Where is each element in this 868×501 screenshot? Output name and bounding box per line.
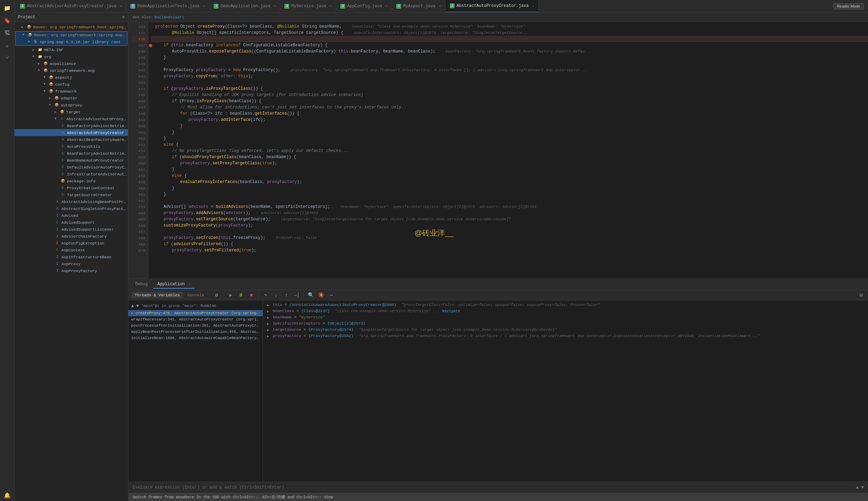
- tree-item-abstract-auto[interactable]: A AbstractAutoProxyCreator: [14, 129, 128, 136]
- expand-arrow-icon[interactable]: ▶: [267, 322, 271, 326]
- debug-tab-debug[interactable]: Debug: [131, 280, 152, 289]
- expand-arrow-icon[interactable]: ▶: [267, 334, 271, 338]
- tree-item-jar[interactable]: ▼ 🗜 spring-aop-5.3.16.jar library root: [16, 38, 127, 45]
- expand-arrow-icon[interactable]: ▶: [267, 316, 271, 320]
- var-this[interactable]: ▶ this = (AnnotationAwareAspectJAutoProx…: [263, 302, 868, 308]
- close-icon[interactable]: ✕: [120, 4, 122, 8]
- code-editor[interactable]: protected Object createProxy(Class<?> be…: [151, 22, 868, 279]
- threads-variables-tab[interactable]: Threads & Variables: [131, 292, 183, 298]
- close-icon[interactable]: ✕: [532, 4, 534, 8]
- tree-item-autoproxy[interactable]: ▼ 📦 autoproxy: [14, 102, 128, 108]
- tree-item-aopce[interactable]: E AopConfigException: [14, 240, 128, 247]
- tree-item-acf[interactable]: I AdvisorChainFactory: [14, 233, 128, 240]
- watch-down-icon[interactable]: ▼: [861, 485, 864, 490]
- close-icon[interactable]: ✕: [330, 4, 332, 8]
- close-icon[interactable]: ✕: [203, 4, 205, 8]
- frame-item-0[interactable]: ► createProxy:478, AbstractAutoProxyCrea…: [128, 310, 263, 316]
- tree-item-maven1[interactable]: ▶ 📦 Maven: org.springframework.boot:spri…: [14, 23, 128, 30]
- tree-item-maven2[interactable]: ▼ 📦 Maven: org.springframework:spring-ao…: [16, 31, 127, 38]
- tab-my-service[interactable]: J MyService.java ✕: [280, 0, 336, 12]
- frame-item-3[interactable]: applyBeanPostProcessorsAfterInitializati…: [128, 329, 263, 335]
- tree-item-infra[interactable]: C InfrastructureAdvisorAutoProxyCre: [14, 171, 128, 177]
- resume-icon[interactable]: ▶: [226, 291, 235, 299]
- tree-item-advsupport[interactable]: C AdvisedSupport: [14, 219, 128, 226]
- settings-filter-icon[interactable]: ⚙: [212, 291, 221, 299]
- frame-item-1[interactable]: wrapIfNecessary:342, AbstractAutoProxyCr…: [128, 316, 263, 322]
- evaluate-icon[interactable]: 🔍: [306, 291, 315, 299]
- tree-item-config[interactable]: ▼ 📦 config: [14, 81, 128, 88]
- code-container[interactable]: 434 435 436 437 438 439 440 441 442 443 …: [128, 22, 868, 279]
- tree-item-advsupportl[interactable]: I AdvisedSupportListener: [14, 226, 128, 233]
- tab-demo-tests[interactable]: T DemoApplicationTests.java ✕: [126, 0, 209, 12]
- structure-icon[interactable]: 🏗: [2, 28, 13, 39]
- debug-tab-close-icon[interactable]: ✕: [188, 282, 191, 286]
- debug-tab-application[interactable]: Application ✕: [153, 280, 195, 289]
- pause-icon[interactable]: ⏸: [237, 291, 245, 299]
- project-icon[interactable]: 📁: [2, 3, 13, 14]
- sidebar-tree[interactable]: ▶ 📦 Maven: org.springframework.boot:spri…: [14, 22, 128, 501]
- run-to-cursor-icon[interactable]: →|: [292, 291, 301, 299]
- reader-mode-button[interactable]: Reader Mode: [833, 3, 864, 9]
- close-icon[interactable]: ✕: [386, 4, 388, 8]
- bookmark-icon[interactable]: 🔖: [2, 15, 13, 26]
- build-advisors-link[interactable]: buildAdvisors: [154, 15, 184, 19]
- step-over-icon[interactable]: ↷: [261, 291, 270, 299]
- tree-item-bfar[interactable]: C BeanFactoryAdvisorRetrievalHelp: [14, 122, 128, 129]
- tree-item-aabpp[interactable]: A AbstractAdvisingBeanPostProcessor: [14, 198, 128, 205]
- var-beanclass[interactable]: ▶ beanClass = {Class@2237} "class com.ex…: [263, 308, 868, 314]
- watch-up-icon[interactable]: ▲: [856, 485, 859, 490]
- step-out-icon[interactable]: ↑: [282, 291, 290, 299]
- expand-arrow-icon[interactable]: ▶: [267, 303, 271, 307]
- filter-up-icon[interactable]: ▲: [131, 303, 134, 309]
- tree-item-target[interactable]: ▶ 📦 target: [14, 108, 128, 115]
- mute-icon[interactable]: 🔕: [317, 291, 325, 299]
- tree-item-pkg-info[interactable]: 📦 package-info: [14, 177, 128, 184]
- var-beanname[interactable]: ▶ beanName = "myService": [263, 314, 868, 320]
- sidebar-settings-icon[interactable]: ⚙: [122, 15, 125, 20]
- tab-demo-app[interactable]: J DemoApplication.java ✕: [209, 0, 280, 12]
- tree-item-meta[interactable]: ▶ 📁 META-INF: [14, 46, 128, 53]
- tree-item-bnap[interactable]: C BeanNameAutoProxyCreator: [14, 157, 128, 164]
- tree-item-aoppf[interactable]: I AopProxyFactory: [14, 267, 128, 274]
- tree-item-sf-aop[interactable]: ▼ 📦 springframework.aop: [14, 67, 128, 74]
- tree-item-daap[interactable]: C DefaultAdvisorAutoProxyCreator: [14, 164, 128, 171]
- restore-layout-icon[interactable]: ⊡: [857, 291, 865, 299]
- tab-my-aspect[interactable]: J MyAspect.java ✕: [392, 0, 446, 12]
- variables-panel[interactable]: ▶ this = (AnnotationAwareAspectJAutoProx…: [263, 300, 868, 482]
- tree-item-apu[interactable]: C AutoProxyUtils: [14, 143, 128, 150]
- tree-item-framework[interactable]: ▼ 📦 framework: [14, 88, 128, 95]
- evaluate-placeholder[interactable]: Evaluate expression (Enter) or add a wat…: [133, 485, 284, 490]
- expand-arrow-icon[interactable]: ▶: [267, 309, 271, 314]
- tab-abstract-advisor[interactable]: J AbstractAdvisorAutoProxyCreator.java ✕: [16, 0, 126, 12]
- frame-item-2[interactable]: postProcessAfterInitialization:291, Abst…: [128, 322, 263, 329]
- git-icon[interactable]: ⑂: [2, 52, 13, 64]
- expand-arrow-icon[interactable]: ▶: [267, 328, 271, 332]
- tree-item-aopproxy[interactable]: I AopProxy: [14, 260, 128, 267]
- tree-item-abstract-advisor[interactable]: ▼ C AbstractAdvisorAutoProxyCreator: [14, 115, 128, 122]
- tree-item-aspectj[interactable]: ▼ 📦 aspectj: [14, 74, 128, 81]
- tree-item-aop[interactable]: ▶ 📦 aopalliance: [14, 60, 128, 67]
- tree-item-tsc[interactable]: C TargetSourceCreator: [14, 191, 128, 198]
- var-target-source[interactable]: ▶ targetSource = {ProxyFactory@2574} "Si…: [263, 327, 868, 333]
- tree-item-aopctx[interactable]: C AopContext: [14, 247, 128, 253]
- tab-app-config[interactable]: J AppConfig.java ✕: [336, 0, 392, 12]
- frames-panel[interactable]: ▲ ▼ "main"@1 in group "main": RUNNING ► …: [128, 300, 263, 482]
- tree-item-bfarh[interactable]: C BeanFactoryAdvisorRetrievalHelper: [14, 150, 128, 157]
- filter-down-icon[interactable]: ▼: [136, 303, 139, 309]
- maven-icon[interactable]: ☕: [2, 40, 13, 51]
- stop-icon[interactable]: ■: [247, 291, 255, 299]
- close-icon[interactable]: ✕: [439, 4, 441, 8]
- tree-item-aspfb[interactable]: A AbstractSingletonProxyFactoryBean: [14, 205, 128, 212]
- console-tab[interactable]: Console: [184, 292, 207, 298]
- var-proxy-factory[interactable]: ▶ proxyFactory = {ProxyFactory@2582} "or…: [263, 333, 868, 339]
- tree-item-abfa[interactable]: A AbstractBeanFactoryAwareAdvising: [14, 136, 128, 143]
- close-icon[interactable]: ✕: [274, 4, 276, 8]
- notifications-icon[interactable]: 🔔: [2, 490, 13, 501]
- tree-item-pcc[interactable]: C ProxyCreationContext: [14, 184, 128, 191]
- frame-item-4[interactable]: initializeBean:1808, AbstractAutowireCap…: [128, 335, 263, 341]
- tab-abstract-auto[interactable]: J AbstractAutoProxyCreator.java ✕: [446, 0, 539, 12]
- step-into-icon[interactable]: ↓: [272, 291, 280, 299]
- var-specific-interceptors[interactable]: ▶ specificInterceptors = {Object[2]@2573…: [263, 320, 868, 327]
- more-icon[interactable]: ⋯: [327, 291, 335, 299]
- tree-item-org[interactable]: ▼ 📁 org: [14, 53, 128, 60]
